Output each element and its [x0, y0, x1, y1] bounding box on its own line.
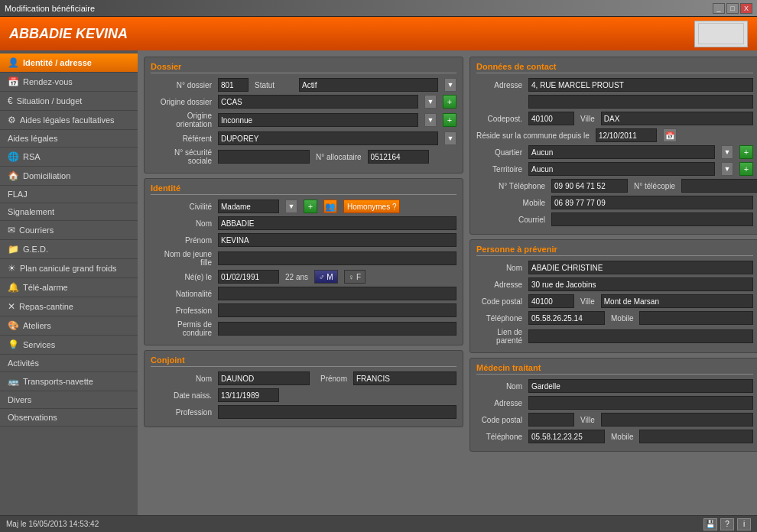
sidebar-item-ged[interactable]: 📁 G.E.D. [0, 240, 138, 259]
territoire-dropdown[interactable]: ▼ [721, 162, 733, 176]
sidebar-item-rendezvous[interactable]: 📅 Rendez-vous [0, 73, 138, 92]
info-icon[interactable]: i [737, 518, 751, 530]
homonymes-icon-btn[interactable]: 👥 [323, 200, 337, 213]
sidebar-item-canicule[interactable]: ☀ Plan canicule grand froids [0, 259, 138, 278]
sidebar-item-ateliers[interactable]: 🎨 Ateliers [0, 316, 138, 336]
input-nom[interactable] [218, 216, 456, 230]
calendar-icon[interactable]: 📅 [663, 128, 677, 142]
sidebar-item-transports[interactable]: 🚌 Transports-navette [0, 372, 138, 391]
sidebar-item-flaj[interactable]: FLAJ [0, 186, 138, 203]
sidebar-item-domiciliation[interactable]: 🏠 Domiciliation [0, 167, 138, 186]
sidebar-item-activites[interactable]: Activités [0, 355, 138, 372]
input-prevenir-adresse[interactable] [528, 277, 753, 291]
civilite-dropdown[interactable]: ▼ [285, 200, 297, 213]
sidebar-item-situation[interactable]: € Situation / budget [0, 92, 138, 111]
input-quartier[interactable] [528, 145, 715, 159]
sidebar-item-repas[interactable]: ✕ Repas-cantine [0, 297, 138, 316]
input-prevenir-nom[interactable] [528, 261, 753, 274]
conjoint-title: Conjoint [151, 355, 456, 367]
domiciliation-icon: 🏠 [8, 170, 19, 181]
input-adresse2[interactable] [528, 95, 753, 109]
input-ville[interactable] [601, 112, 753, 125]
input-territoire[interactable] [528, 162, 715, 176]
sidebar-item-divers[interactable]: Divers [0, 391, 138, 409]
input-medecin-mobile[interactable] [639, 430, 753, 443]
label-prevenir-tel: Téléphone [476, 314, 522, 323]
label-conjoint-datenais: Date naiss. [151, 391, 212, 400]
input-conjoint-nom[interactable] [218, 371, 310, 385]
sidebar-item-tele-alarme[interactable]: 🔔 Télé-alarme [0, 278, 138, 297]
sidebar-item-signalement[interactable]: Signalement [0, 203, 138, 221]
input-medecin-adresse[interactable] [528, 396, 753, 410]
statut-dropdown[interactable]: ▼ [444, 78, 456, 92]
quartier-dropdown[interactable]: ▼ [721, 145, 733, 159]
input-profession[interactable] [218, 303, 456, 317]
input-medecin-nom[interactable] [528, 379, 753, 393]
territoire-add-btn[interactable]: + [739, 162, 753, 176]
input-referent[interactable] [218, 131, 438, 145]
input-conjoint-datenais[interactable] [218, 388, 279, 402]
prevenir-codepost-row: Code postal Ville [476, 294, 753, 308]
save-icon[interactable]: 💾 [703, 518, 717, 530]
input-courriel[interactable] [551, 212, 753, 226]
input-prevenir-ville[interactable] [601, 294, 753, 308]
input-prenom[interactable] [218, 233, 456, 247]
input-numero-dossier[interactable] [218, 78, 249, 92]
input-codepost[interactable] [528, 112, 574, 125]
help-icon[interactable]: ? [720, 518, 734, 530]
input-prevenir-codepost[interactable] [528, 294, 574, 308]
input-nee-le[interactable] [218, 270, 279, 284]
label-codepost: Codepost. [476, 115, 522, 123]
app-logo [694, 21, 748, 47]
input-conjoint-profession[interactable] [218, 405, 456, 419]
label-nom: Nom [151, 219, 212, 228]
input-adresse[interactable] [528, 78, 753, 92]
input-mobile[interactable] [551, 196, 753, 209]
input-telephone[interactable] [551, 179, 628, 193]
homonymes-button[interactable]: Homonymes ? [343, 200, 400, 213]
close-button[interactable]: X [740, 3, 752, 14]
input-statut[interactable] [299, 78, 438, 92]
sidebar-item-observations[interactable]: Observations [0, 409, 138, 427]
label-courriel: Courriel [476, 216, 545, 224]
input-medecin-tel[interactable] [528, 430, 605, 443]
input-num-secu[interactable] [218, 150, 310, 164]
services-icon: 💡 [8, 339, 19, 350]
origine-orientation-dropdown[interactable]: ▼ [424, 113, 437, 127]
input-nationalite[interactable] [218, 287, 456, 300]
input-origine-orientation[interactable] [218, 113, 418, 127]
sidebar-item-rsa[interactable]: 🌐 RSA [0, 148, 138, 167]
input-prevenir-mobile[interactable] [639, 311, 753, 325]
input-prevenir-tel[interactable] [528, 311, 605, 325]
input-medecin-codepost[interactable] [528, 413, 574, 427]
input-medecin-ville[interactable] [601, 413, 753, 427]
codepost-row: Codepost. Ville [476, 112, 753, 125]
input-civilite[interactable] [218, 200, 279, 213]
sidebar-item-services[interactable]: 💡 Services [0, 336, 138, 355]
sidebar-item-aides-fac[interactable]: ⚙ Aides légales facultatives [0, 111, 138, 130]
sidebar-item-aides-legales[interactable]: Aides légales [0, 130, 138, 148]
sidebar-item-identite[interactable]: 👤 Identité / adresse [0, 54, 138, 73]
sidebar-label-signalement: Signalement [8, 207, 54, 216]
sidebar-item-courriers[interactable]: ✉ Courriers [0, 221, 138, 240]
input-lien[interactable] [528, 329, 753, 343]
sidebar-label-rsa: RSA [23, 152, 41, 161]
gender-male-btn[interactable]: ♂ M [314, 270, 338, 284]
quartier-add-btn[interactable]: + [739, 145, 753, 159]
minimize-button[interactable]: _ [713, 3, 725, 14]
maximize-button[interactable]: □ [726, 3, 739, 14]
input-nom-jf[interactable] [218, 251, 456, 265]
gender-female-btn[interactable]: ♀ F [344, 270, 366, 284]
origine-dossier-add-btn[interactable]: + [443, 95, 456, 109]
civilite-add-btn[interactable]: + [304, 200, 317, 213]
origine-orientation-add-btn[interactable]: + [443, 113, 456, 127]
input-reside[interactable] [596, 128, 657, 142]
input-num-allocataire[interactable] [368, 150, 429, 164]
input-origine-dossier[interactable] [218, 95, 418, 109]
input-telecopie[interactable] [681, 179, 757, 193]
input-permis[interactable] [218, 322, 456, 336]
input-conjoint-prenom[interactable] [353, 371, 456, 385]
origine-dossier-dropdown[interactable]: ▼ [424, 95, 437, 109]
medecin-nom-row: Nom [476, 379, 753, 393]
referent-dropdown[interactable]: ▼ [444, 131, 456, 145]
